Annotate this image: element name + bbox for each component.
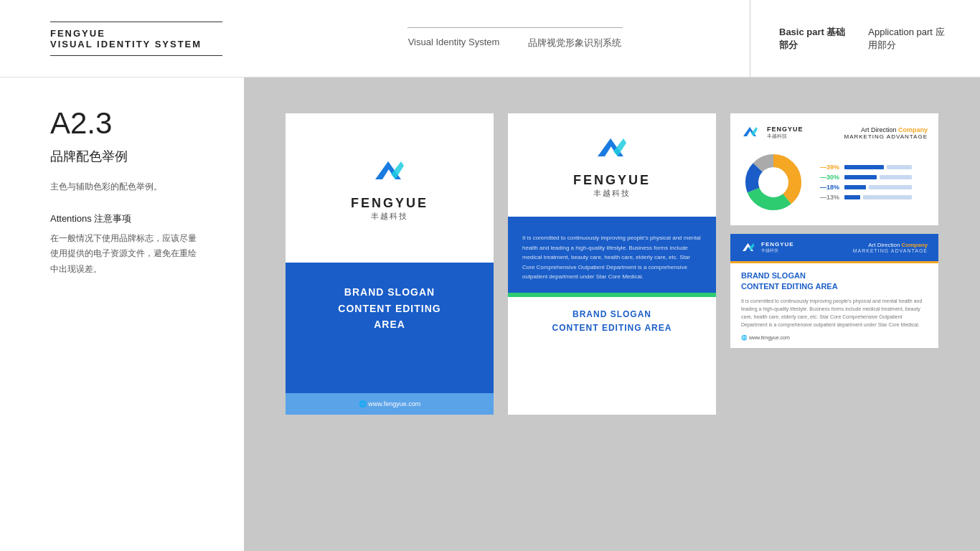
card-3: FENGYUE 丰越科技 Art Direction Company MARKE… [730,113,938,348]
section-desc: 主色与辅助色彩的配色举例。 [50,179,201,195]
card3-bot-content: BRAND SLOGAN CONTENT EDITING AREA It is … [730,263,938,348]
card3-bot-url: 🌐 www.fengyue.com [741,335,928,341]
card3-logo-icon [741,124,761,141]
card3-logo-area: FENGYUE 丰越科技 [741,124,804,141]
card2-logo-en: FENGYUE [573,173,651,188]
legend-item-13: —13% [820,194,912,201]
card-2: FENGYUE 丰越科技 It is committed to continuo… [508,113,716,415]
card3-bot-body-text: It is committed to continuously improvin… [741,297,928,329]
basic-part-link[interactable]: Basic part 基础部分 [779,26,847,52]
header-logo: FENGYUE VISUAL IDENTITY SYSTEM [50,22,280,56]
card3-logo-en: FENGYUE [767,126,804,133]
logo-bottom-line [50,55,222,56]
card1-blue-section: BRAND SLOGAN CONTENT EDITING AREA [286,263,494,393]
card3-bot-art-dir: Art Direction Company [853,242,928,248]
card2-logo-cn: 丰越科技 [593,188,631,199]
application-part-link[interactable]: Application part 应用部分 [868,26,951,52]
logo-subtitle: VISUAL IDENTITY SYSTEM [50,39,280,50]
card3-bot-blue-header: FENGYUE 丰越科技 Art Direction Company MARKE… [730,234,938,261]
nav-top-line [407,27,623,28]
card3-bot-slogan: BRAND SLOGAN CONTENT EDITING AREA [741,270,928,293]
content-area: FENGYUE 丰越科技 BRAND SLOGAN CONTENT EDITIN… [244,77,980,551]
card3-bot-marketing: MARKETING ADVANTAGE [853,248,928,253]
card3-bot-logo-en: FENGYUE [761,241,794,248]
card1-logo-en: FENGYUE [351,196,428,211]
card3-title-area: Art Direction Company MARKETING ADVANTAG… [844,126,928,140]
legend-item-18: —18% [820,184,912,191]
card3-bottom: FENGYUE 丰越科技 Art Direction Company MARKE… [730,234,938,348]
card3-top: FENGYUE 丰越科技 Art Direction Company MARKE… [730,113,938,225]
card3-header: FENGYUE 丰越科技 Art Direction Company MARKE… [741,124,928,141]
nav-item-chinese[interactable]: 品牌视觉形象识别系统 [528,37,621,50]
card1-footer: 🌐 www.fengyue.com [286,393,494,415]
legend-item-39: —39% [820,164,912,171]
svg-point-5 [760,169,786,195]
nav-item-visual-identity[interactable]: Visual Identity System [408,37,500,50]
donut-chart-area: —39% —30% [741,150,928,215]
card1-logo: FENGYUE 丰越科技 [351,154,428,222]
logo-company-name: FENGYUE [50,28,280,39]
header-actions: Basic part 基础部分 Application part 应用部分 [750,26,980,52]
card2-white-section: BRAND SLOGAN CONTENT EDITING AREA [508,297,716,346]
card3-bot-logo-texts: FENGYUE 丰越科技 [761,241,794,254]
header: FENGYUE VISUAL IDENTITY SYSTEM Visual Id… [0,0,980,77]
section-title: 品牌配色举例 [50,148,201,165]
attention-desc: 在一般情况下使用品牌标志，应该尽量使用提供的电子资源文件，避免在重绘中出现误差。 [50,231,201,278]
card3-bot-title: Art Direction Company MARKETING ADVANTAG… [853,242,928,253]
card1-slogan: BRAND SLOGAN CONTENT EDITING AREA [300,284,479,332]
attention-title: Attentions 注意事项 [50,212,201,225]
card1-url: 🌐 www.fengyue.com [300,400,479,408]
card3-bot-logo-cn: 丰越科技 [761,248,794,254]
section-code: A2.3 [50,106,201,141]
card1-logo-cn: 丰越科技 [371,211,408,222]
card2-blue-bar [508,217,716,222]
fengyue-logo-icon-2 [590,131,633,167]
sidebar: A2.3 品牌配色举例 主色与辅助色彩的配色举例。 Attentions 注意事… [0,77,244,551]
card3-bot-logo-icon [741,241,757,254]
header-nav: Visual Identity System 品牌视觉形象识别系统 [280,0,750,77]
card3-logo-texts: FENGYUE 丰越科技 [767,126,804,140]
card3-marketing: MARKETING ADVANTAGE [844,133,928,140]
logo-top-line [50,22,222,22]
card2-slogan: BRAND SLOGAN CONTENT EDITING AREA [522,308,702,335]
donut-chart-svg [741,150,813,215]
card3-art-dir: Art Direction Company [844,126,928,133]
card-1: FENGYUE 丰越科技 BRAND SLOGAN CONTENT EDITIN… [286,113,494,415]
card1-top: FENGYUE 丰越科技 [286,113,494,263]
card3-bot-logo: FENGYUE 丰越科技 [741,241,794,254]
card2-content: It is committed to continuously improvin… [508,222,716,293]
fengyue-logo-icon [368,154,411,190]
main-content: A2.3 品牌配色举例 主色与辅助色彩的配色举例。 Attentions 注意事… [0,77,980,551]
card2-logo: FENGYUE 丰越科技 [573,131,651,199]
card2-top: FENGYUE 丰越科技 [508,113,716,217]
card2-body-text: It is committed to continuously improvin… [522,233,702,282]
donut-legend: —39% —30% [820,164,912,201]
legend-item-30: —30% [820,174,912,181]
card3-logo-cn: 丰越科技 [767,133,804,140]
